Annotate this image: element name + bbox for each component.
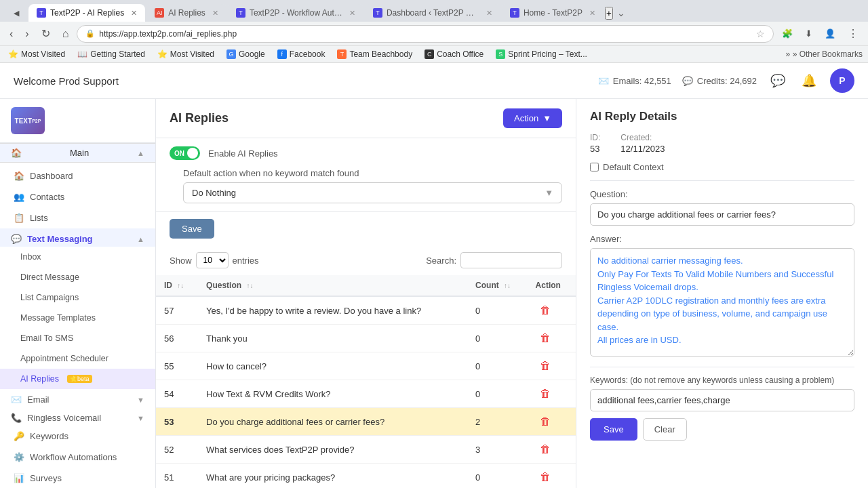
sidebar-item-keywords[interactable]: 🔑 Keywords [0,426,155,447]
cell-action[interactable]: 🗑 [528,436,576,464]
default-context-checkbox[interactable] [590,163,599,171]
question-input[interactable] [590,203,854,226]
bookmark-star-icon-2: ⭐ [157,49,167,59]
cell-id: 52 [156,436,198,464]
bookmark-most-visited[interactable]: ⭐ Most Visited [5,48,68,60]
sidebar-item-lists[interactable]: 📋 Lists [0,207,155,228]
bookmark-coach[interactable]: C Coach Office [422,48,486,60]
table-row[interactable]: 51What are your pricing packages?0🗑 [156,464,576,489]
sidebar-item-label-inbox: Inbox [20,252,41,262]
tab-overflow-icon[interactable]: ⌄ [617,7,625,18]
table-row[interactable]: 57Yes, I'd be happy to write a review. D… [156,296,576,325]
tab-dashboard[interactable]: T Dashboard ‹ TextP2P — WordP... ✕ [365,4,500,22]
search-input[interactable] [460,252,562,268]
cell-id: 55 [156,352,198,380]
bookmark-getting-started[interactable]: 📖 Getting Started [75,48,148,60]
action-button[interactable]: Action ▼ [503,108,562,128]
tab-workflow[interactable]: T TextP2P - Workflow Automati... ✕ [228,4,363,22]
extensions-btn[interactable]: 🧩 [778,26,797,41]
sidebar-item-label-workflow: Workflow Automations [30,452,117,462]
sidebar-item-direct-message[interactable]: Direct Message [0,267,155,287]
address-bar[interactable]: 🔒 https://app.textp2p.com/ai_replies.php… [77,25,774,43]
bookmark-sprint[interactable]: S Sprint Pricing – Text... [493,48,590,60]
new-tab-button[interactable]: + [605,7,613,20]
default-action-dropdown[interactable]: Do Nothing ▼ [183,182,562,203]
reload-button[interactable]: ↻ [37,24,54,43]
sidebar-item-contacts[interactable]: 👥 Contacts [0,186,155,207]
tab-close-active[interactable]: ✕ [131,9,137,18]
cell-action[interactable]: 🗑 [528,380,576,408]
profile-btn[interactable]: 👤 [821,26,840,41]
tab-close-5[interactable]: ✕ [589,9,595,18]
tab-close-2[interactable]: ✕ [212,9,218,18]
bookmark-google[interactable]: G Google [224,48,268,60]
sidebar-item-ai-replies[interactable]: AI Replies ⭐beta [0,369,155,389]
tab-ai-replies-2[interactable]: AI AI Replies ✕ [146,4,226,22]
delete-row-button[interactable]: 🗑 [536,331,555,346]
save-button[interactable]: Save [170,219,214,239]
forward-button[interactable]: › [21,25,33,43]
bookmark-team[interactable]: T Team Beachbody [334,48,415,60]
cell-id: 53 [156,408,198,436]
credits-icon: 💬 [682,76,693,86]
delete-row-button[interactable]: 🗑 [536,442,555,457]
table-row[interactable]: 53Do you charge additional fees or carri… [156,408,576,436]
other-bookmarks[interactable]: » » Other Bookmarks [786,49,863,59]
cell-action[interactable]: 🗑 [528,464,576,489]
table-row[interactable]: 54How Text & RVM Credits Work?0🗑 [156,380,576,408]
answer-textarea[interactable] [590,248,854,357]
sidebar-item-workflow[interactable]: ⚙️ Workflow Automations [0,447,155,468]
menu-btn[interactable]: ⋮ [844,24,863,43]
home-button[interactable]: ⌂ [58,25,73,43]
sidebar-item-text-messaging[interactable]: 💬 Text Messaging ▲ [0,228,155,247]
cell-action[interactable]: 🗑 [528,325,576,352]
table-row[interactable]: 56Thank you0🗑 [156,325,576,352]
bookmark-most-visited-2[interactable]: ⭐ Most Visited [155,48,217,60]
sidebar-item-message-templates[interactable]: Message Templates [0,308,155,328]
cell-action[interactable]: 🗑 [528,352,576,380]
col-id[interactable]: ID ↑↓ [156,275,198,296]
keywords-field-label: Keywords: (do not remove any keywords un… [590,375,854,385]
col-question[interactable]: Question ↑↓ [198,275,467,296]
col-id-sort-icon: ↑↓ [177,282,184,289]
tab-back-btn[interactable]: ◀ [5,5,27,22]
enable-toggle[interactable]: ON [170,146,200,160]
sidebar-item-inbox[interactable]: Inbox [0,247,155,267]
sidebar-item-list-campaigns[interactable]: List Campaigns [0,287,155,308]
sidebar-item-surveys[interactable]: 📊 Surveys [0,468,155,488]
sidebar-item-dashboard[interactable]: 🏠 Dashboard [0,165,155,186]
save-detail-button[interactable]: Save [590,418,637,441]
user-avatar[interactable]: P [830,68,854,93]
back-button[interactable]: ‹ [5,25,17,43]
tab-home[interactable]: T Home - TextP2P ✕ [502,4,604,22]
bookmark-star-icon[interactable]: ☆ [756,28,765,39]
delete-row-button[interactable]: 🗑 [536,386,555,401]
sprint-icon: S [496,49,505,59]
cell-count: 0 [467,380,527,408]
bell-icon-button[interactable]: 🔔 [799,70,819,91]
table-row[interactable]: 52What services does TextP2P provide?3🗑 [156,436,576,464]
sidebar-item-email-to-sms[interactable]: Email To SMS [0,328,155,348]
delete-row-button[interactable]: 🗑 [536,414,555,429]
table-row[interactable]: 55How to cancel?0🗑 [156,352,576,380]
col-count[interactable]: Count ↑↓ [467,275,527,296]
cell-action[interactable]: 🗑 [528,296,576,325]
tab-ai-replies[interactable]: T TextP2P - AI Replies ✕ [28,4,145,22]
cell-action[interactable]: 🗑 [528,408,576,436]
chat-icon-button[interactable]: 💬 [768,70,788,91]
delete-row-button[interactable]: 🗑 [536,359,555,373]
sidebar-item-appointment-scheduler[interactable]: Appointment Scheduler [0,348,155,369]
sidebar-main-header[interactable]: 🏠 Main ▲ [0,143,155,163]
keywords-input[interactable] [590,389,854,411]
tab-close-4[interactable]: ✕ [486,9,492,18]
clear-button[interactable]: Clear [643,418,687,441]
sidebar-item-email[interactable]: ✉️ Email ▼ [0,389,155,407]
delete-row-button[interactable]: 🗑 [536,470,555,485]
sidebar-item-ringless[interactable]: 📞 Ringless Voicemail ▼ [0,407,155,426]
downloads-btn[interactable]: ⬇ [801,26,816,41]
tab-close-3[interactable]: ✕ [349,9,355,18]
bookmark-facebook[interactable]: f Facebook [275,48,328,60]
panel-controls: ON Enable AI Replies Default action when… [156,138,576,212]
entries-select[interactable]: 10 25 50 [196,252,229,268]
delete-row-button[interactable]: 🗑 [536,303,555,318]
